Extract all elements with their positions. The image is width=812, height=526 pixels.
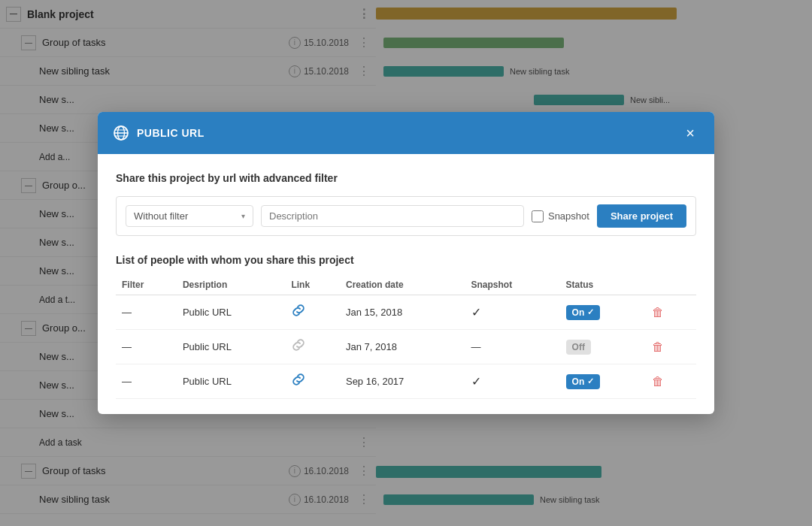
link-cell: [285, 295, 340, 330]
link-active-icon[interactable]: [291, 306, 306, 321]
snapshot-cell: ✓: [465, 364, 560, 399]
share-subtitle: Share this project by url with advanced …: [116, 172, 696, 184]
filter-cell: —: [116, 295, 177, 330]
snapshot-cell: —: [465, 330, 560, 364]
snapshot-checkbox[interactable]: [532, 210, 544, 222]
snapshot-check-icon: ✓: [471, 375, 481, 388]
toggle-check-icon: ✓: [587, 376, 594, 386]
col-header-filter: Filter: [116, 275, 177, 295]
filter-select-label: Without filter: [134, 210, 188, 222]
filter-cell: —: [116, 364, 177, 399]
delete-button[interactable]: 🗑: [649, 304, 667, 321]
snapshot-check-icon: ✓: [471, 306, 481, 319]
description-cell: Public URL: [177, 295, 286, 330]
snapshot-label: Snapshot: [548, 210, 589, 222]
filter-select[interactable]: Without filter ▾: [126, 205, 253, 227]
creation-date-cell: Jan 7, 2018: [340, 330, 465, 364]
delete-button[interactable]: 🗑: [649, 373, 667, 390]
modal-body: Share this project by url with advanced …: [98, 154, 714, 414]
globe-icon: [113, 125, 129, 141]
toggle-check-icon: ✓: [587, 307, 594, 317]
toggle-on-label: On: [572, 307, 585, 318]
col-header-snapshot: Snapshot: [465, 275, 560, 295]
share-project-button[interactable]: Share project: [597, 204, 686, 228]
col-header-status: Status: [560, 275, 643, 295]
status-cell: On ✓: [560, 295, 643, 330]
modal-title: PUBLIC URL: [137, 127, 205, 139]
link-cell: [285, 364, 340, 399]
shared-link-row: — Public URL Sep 16, 2017: [116, 364, 696, 399]
filter-cell: —: [116, 330, 177, 364]
shared-link-row: — Public URL Jan 7, 2018 —: [116, 330, 696, 364]
chevron-down-icon: ▾: [241, 212, 245, 220]
modal-header-left: PUBLIC URL: [113, 125, 205, 141]
list-title: List of people with whom you share this …: [116, 254, 696, 266]
description-input[interactable]: [261, 205, 524, 227]
status-toggle-off[interactable]: Off: [566, 340, 591, 355]
share-controls-row: Without filter ▾ Snapshot Share project: [116, 196, 696, 236]
delete-cell: 🗑: [643, 364, 696, 399]
toggle-on-label: On: [572, 376, 585, 387]
col-header-description: Desription: [177, 275, 286, 295]
delete-cell: 🗑: [643, 330, 696, 364]
status-toggle-on[interactable]: On ✓: [566, 374, 601, 389]
link-active-icon[interactable]: [291, 375, 306, 390]
col-header-delete: [643, 275, 696, 295]
description-cell: Public URL: [177, 364, 286, 399]
delete-button[interactable]: 🗑: [649, 339, 667, 355]
status-cell: Off: [560, 330, 643, 364]
status-toggle-on[interactable]: On ✓: [566, 305, 601, 320]
delete-cell: 🗑: [643, 295, 696, 330]
public-url-modal: PUBLIC URL × Share this project by url w…: [98, 112, 714, 414]
creation-date-cell: Jan 15, 2018: [340, 295, 465, 330]
link-inactive-icon[interactable]: [291, 340, 306, 355]
status-cell: On ✓: [560, 364, 643, 399]
toggle-off-label: Off: [572, 342, 585, 352]
col-header-link: Link: [285, 275, 340, 295]
shared-links-table: Filter Desription Link Creation date Sna…: [116, 275, 696, 399]
shared-link-row: — Public URL Jan 15, 2018: [116, 295, 696, 330]
modal-overlay: PUBLIC URL × Share this project by url w…: [0, 0, 812, 526]
creation-date-cell: Sep 16, 2017: [340, 364, 465, 399]
modal-close-button[interactable]: ×: [681, 124, 699, 142]
modal-header: PUBLIC URL ×: [98, 112, 714, 154]
snapshot-cell: ✓: [465, 295, 560, 330]
col-header-creation-date: Creation date: [340, 275, 465, 295]
link-cell: [285, 330, 340, 364]
snapshot-checkbox-wrap: Snapshot: [532, 210, 589, 222]
description-cell: Public URL: [177, 330, 286, 364]
